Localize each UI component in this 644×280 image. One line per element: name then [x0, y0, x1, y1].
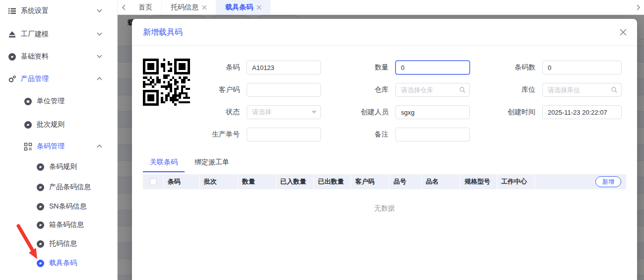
tab-bound-work-orders[interactable]: 绑定派工单 — [188, 158, 236, 172]
sidebar-item-label: 条码管理 — [37, 142, 64, 151]
sidebar-item-carrier-barcode[interactable]: 载具条码 — [0, 257, 118, 269]
remark-field[interactable] — [395, 128, 470, 141]
sidebar-item-label: 批次规则 — [37, 120, 64, 129]
quantity-field-wrap — [395, 61, 470, 74]
disc-icon — [36, 240, 45, 248]
table-header-row: 条码 批次 数量 已入数量 已出数量 客户码 品号 品名 规格型号 工作中心 新… — [143, 174, 626, 189]
status-label: 状态 — [193, 108, 240, 117]
page-tab-carrier-barcode[interactable]: 载具条码 — [216, 0, 270, 14]
barcode-field-wrap — [247, 61, 321, 74]
page-tab-home[interactable]: 首页 — [129, 0, 162, 14]
table-empty-state: 无数据 — [143, 189, 626, 269]
sidebar-item-label: 箱条码信息 — [49, 220, 84, 229]
disc-icon — [24, 97, 32, 106]
sidebar-item-sn-barcode-info[interactable]: SN条码信息 — [0, 201, 118, 212]
chevron-down-icon — [96, 31, 103, 37]
sidebar-item-pallet-info[interactable]: 托码信息 — [0, 238, 118, 250]
add-row-button[interactable]: 新增 — [595, 176, 621, 187]
barcode-count-field-wrap — [542, 61, 622, 74]
chevron-down-icon — [96, 7, 103, 14]
sidebar-item-factory-modeling[interactable]: 工厂建模 — [0, 28, 118, 40]
page-tabs-bar: 首页 托码信息 载具条码 — [118, 0, 644, 15]
table-header-cell: 规格型号 — [460, 174, 497, 189]
sidebar-item-label: 基础资料 — [21, 52, 49, 61]
creator-field[interactable] — [395, 105, 470, 119]
sidebar-item-system-settings[interactable]: 系统设置 — [0, 5, 118, 17]
modal-body: 条码 数量 条码数 客户码 仓库 库位 — [132, 46, 637, 269]
close-icon[interactable] — [619, 28, 627, 36]
disc-icon — [36, 163, 45, 171]
gear-icon — [8, 75, 16, 83]
tabs-scroll-right-icon[interactable] — [632, 0, 644, 14]
sidebar-item-label: 工厂建模 — [21, 30, 49, 39]
tab-related-barcodes[interactable]: 关联条码 — [143, 158, 185, 172]
sidebar-item-label: SN条码信息 — [49, 202, 86, 211]
page-tab-pallet-info[interactable]: 托码信息 — [162, 0, 216, 14]
table-header-cell: 已入数量 — [276, 174, 314, 189]
page-tab-label: 首页 — [138, 3, 152, 12]
disc-icon — [36, 183, 45, 192]
empty-text: 无数据 — [374, 204, 395, 213]
table-header-cell: 品号 — [389, 174, 422, 189]
sidebar-item-unit-management[interactable]: 单位管理 — [0, 95, 118, 107]
chevron-down-icon — [312, 111, 317, 114]
select-all-checkbox[interactable] — [150, 178, 157, 185]
add-carrier-code-modal: 新增载具码 条码 数量 条码数 客户码 仓库 — [132, 19, 637, 280]
status-select[interactable]: 请选择 — [247, 105, 321, 119]
page-tab-label: 载具条码 — [225, 3, 253, 12]
create-time-field-wrap — [542, 105, 622, 119]
create-time-label: 创建时间 — [477, 108, 535, 117]
remark-field-wrap — [395, 128, 470, 141]
remark-label: 备注 — [328, 130, 388, 139]
table-header-cell: 批次 — [200, 174, 238, 189]
disc-icon — [36, 221, 45, 229]
sidebar-item-product-barcode-info[interactable]: 产品条码信息 — [0, 181, 118, 193]
table-header-cell: 条码 — [164, 174, 200, 189]
table-header-cell: 品名 — [422, 174, 460, 189]
customer-code-field[interactable] — [247, 83, 321, 97]
warehouse-field-wrap — [395, 83, 470, 97]
production-order-field[interactable] — [247, 128, 321, 141]
disc-icon — [36, 203, 45, 211]
page-tab-label: 托码信息 — [171, 3, 198, 12]
location-field[interactable] — [542, 83, 622, 97]
chevron-up-icon — [96, 143, 103, 149]
quantity-field[interactable] — [395, 61, 470, 74]
warehouse-label: 仓库 — [328, 85, 388, 94]
sidebar-item-label: 单位管理 — [37, 97, 64, 106]
production-order-label: 生产单号 — [193, 130, 240, 139]
modal-title: 新增载具码 — [143, 19, 183, 46]
sidebar-item-basic-data[interactable]: 基础资料 — [0, 51, 118, 63]
creator-field-wrap — [395, 105, 470, 119]
sidebar-item-label: 条码规则 — [49, 162, 77, 171]
sidebar-item-box-barcode-info[interactable]: 箱条码信息 — [0, 219, 118, 231]
barcode-field[interactable] — [247, 61, 321, 74]
creator-label: 创建人员 — [328, 108, 388, 117]
table-header-action-cell: 新增 — [535, 174, 626, 189]
location-field-wrap — [542, 83, 622, 97]
qrcode-icon — [24, 142, 32, 151]
table-header-cell: 数量 — [238, 174, 276, 189]
barcode-count-field[interactable] — [542, 61, 622, 74]
create-time-field[interactable] — [542, 105, 622, 119]
sidebar-item-batch-rules[interactable]: 批次规则 — [0, 119, 118, 131]
barcode-count-label: 条码数 — [477, 63, 535, 72]
table-header-cell: 已出数量 — [314, 174, 351, 189]
eject-icon — [8, 30, 16, 39]
sidebar-item-label: 载具条码 — [49, 259, 77, 268]
tabs-scroll-left-icon[interactable] — [118, 0, 129, 14]
production-order-field-wrap — [247, 128, 321, 141]
chevron-up-icon — [96, 75, 103, 82]
sidebar: 系统设置 工厂建模 基础资料 产品管理 单位管理 批次规则 条码管理 — [0, 0, 118, 280]
disc-icon — [8, 53, 16, 61]
status-select-placeholder: 请选择 — [252, 108, 271, 117]
close-icon[interactable] — [257, 5, 261, 10]
table-header-cell: 客户码 — [351, 174, 389, 189]
sidebar-item-label: 系统设置 — [21, 6, 49, 15]
sidebar-item-product-management[interactable]: 产品管理 — [0, 73, 118, 85]
sidebar-item-barcode-management[interactable]: 条码管理 — [0, 140, 118, 152]
close-icon[interactable] — [202, 5, 207, 10]
sidebar-item-barcode-rules[interactable]: 条码规则 — [0, 161, 118, 173]
barcode-label: 条码 — [193, 63, 240, 72]
warehouse-field[interactable] — [395, 83, 470, 97]
